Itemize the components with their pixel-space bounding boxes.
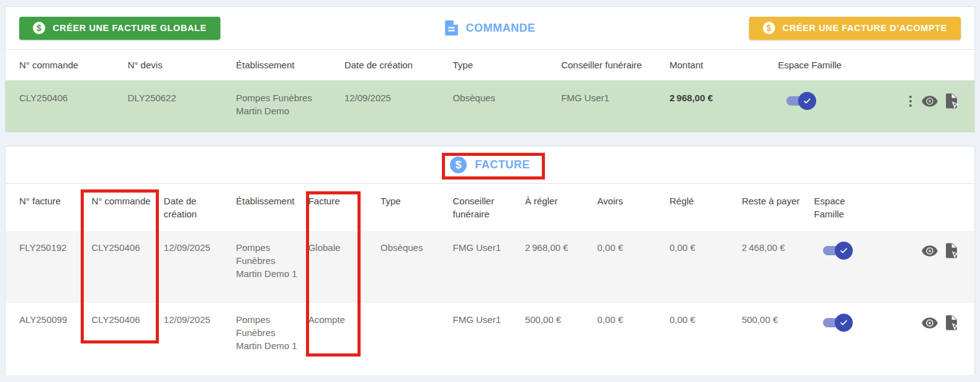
col-header-reste-a-payer: Reste à payer [742, 194, 814, 207]
cell-n-facture: ALY250099 [19, 313, 91, 326]
cell-n-commande: CLY250406 [91, 241, 163, 254]
row-actions [886, 93, 961, 110]
col-header-conseiller: Conseiller funéraire [561, 58, 670, 71]
cell-reste-a-payer: 500,00 € [742, 313, 814, 326]
create-global-invoice-button[interactable]: $ CRÉER UNE FACTURE GLOBALE [19, 17, 220, 40]
create-acompte-invoice-label: CRÉER UNE FACTURE D’ACOMPTE [783, 23, 947, 33]
cell-avoirs: 0,00 € [597, 241, 669, 254]
check-icon [835, 314, 853, 332]
cell-conseiller: FMG User1 [561, 91, 670, 104]
facture-title-row: $ FACTURE [6, 147, 974, 184]
cell-espace-famille [814, 241, 886, 260]
cell-date-creation: 12/09/2025 [164, 313, 236, 326]
cell-date-creation: 12/09/2025 [344, 91, 453, 104]
cell-n-devis: DLY250622 [128, 91, 236, 104]
facture-table-row[interactable]: FLY250192 CLY250406 12/09/2025 Pompes Fu… [6, 231, 974, 303]
col-header-n-commande: N° commande [91, 194, 163, 207]
cell-n-commande: CLY250406 [91, 313, 163, 326]
eye-icon[interactable] [921, 314, 938, 332]
cell-a-regler: 500,00 € [525, 313, 597, 326]
col-header-date-creation: Date de création [164, 194, 236, 221]
col-header-espace-famille: Espace Famille [778, 58, 886, 71]
eye-icon[interactable] [921, 242, 938, 260]
cell-type: Obsèques [380, 241, 452, 254]
col-header-conseiller: Conseiller funéraire [452, 194, 524, 221]
cell-espace-famille [778, 91, 886, 110]
row-actions [886, 314, 961, 332]
cell-montant: 2 968,00 € [670, 91, 778, 104]
col-header-montant: Montant [670, 58, 778, 71]
commande-toolbar: $ CRÉER UNE FACTURE GLOBALE COMMANDE $ C… [6, 7, 974, 50]
facture-title: $ FACTURE [450, 157, 530, 173]
commande-section: $ CRÉER UNE FACTURE GLOBALE COMMANDE $ C… [5, 6, 975, 132]
espace-famille-toggle[interactable] [823, 314, 853, 332]
commande-title-label: COMMANDE [466, 22, 536, 35]
col-header-type: Type [380, 194, 452, 207]
facture-title-label: FACTURE [475, 158, 530, 171]
col-header-a-regler: À régler [525, 194, 597, 207]
kebab-menu-icon[interactable] [906, 93, 915, 109]
col-header-etablissement: Établissement [236, 58, 344, 71]
col-header-type: Type [453, 58, 562, 71]
cell-avoirs: 0,00 € [597, 313, 669, 326]
col-header-espace-famille: Espace Famille [814, 194, 886, 221]
cell-etablissement: Pompes Funèbres Martin Demo [236, 91, 344, 117]
create-acompte-invoice-button[interactable]: $ CRÉER UNE FACTURE D’ACOMPTE [749, 17, 961, 40]
create-global-invoice-label: CRÉER UNE FACTURE GLOBALE [53, 23, 207, 33]
commande-table-row[interactable]: CLY250406 DLY250622 Pompes Funèbres Mart… [6, 81, 974, 132]
espace-famille-toggle[interactable] [823, 242, 853, 260]
col-header-n-devis: N° devis [128, 58, 236, 71]
document-cursor-icon[interactable] [944, 242, 960, 260]
eye-icon[interactable] [921, 93, 938, 110]
cell-conseiller: FMG User1 [452, 313, 524, 326]
dollar-icon: $ [450, 157, 467, 173]
commande-table-header: N° commande N° devis Établissement Date … [6, 50, 974, 81]
cell-n-facture: FLY250192 [19, 241, 91, 254]
facture-section: $ FACTURE N° facture N° commande Date de… [5, 146, 975, 375]
cell-espace-famille [814, 313, 886, 332]
cell-date-creation: 12/09/2025 [164, 241, 236, 254]
col-header-n-facture: N° facture [19, 194, 91, 207]
col-header-n-commande: N° commande [19, 58, 128, 71]
cell-n-commande: CLY250406 [19, 91, 128, 104]
dollar-icon: $ [763, 22, 775, 34]
document-cursor-icon[interactable] [944, 314, 960, 332]
cell-regle: 0,00 € [670, 313, 742, 326]
row-actions [886, 242, 961, 260]
cell-etablissement: Pompes Funèbres Martin Demo 1 [236, 241, 308, 280]
cell-reste-a-payer: 2 468,00 € [742, 241, 814, 254]
cell-conseiller: FMG User1 [452, 241, 524, 254]
espace-famille-toggle[interactable] [786, 92, 816, 110]
cell-regle: 0,00 € [670, 241, 742, 254]
cell-facture-type: Globale [308, 241, 380, 254]
cell-etablissement: Pompes Funèbres Martin Demo 1 [236, 313, 308, 352]
col-header-date-creation: Date de création [344, 58, 453, 71]
commande-title: COMMANDE [445, 20, 536, 36]
document-cursor-icon[interactable] [944, 93, 960, 110]
facture-table-header: N° facture N° commande Date de création … [6, 184, 974, 231]
cell-type: Obsèques [453, 91, 562, 104]
facture-table-row[interactable]: ALY250099 CLY250406 12/09/2025 Pompes Fu… [6, 303, 974, 375]
document-icon [445, 20, 458, 36]
cell-facture-type: Acompte [308, 313, 380, 326]
check-icon [798, 92, 816, 110]
cell-a-regler: 2 968,00 € [525, 241, 597, 254]
dollar-icon: $ [33, 22, 45, 34]
check-icon [835, 242, 853, 260]
col-header-etablissement: Établissement [236, 194, 308, 207]
col-header-avoirs: Avoirs [597, 194, 669, 207]
col-header-regle: Réglé [670, 194, 742, 207]
col-header-facture: Facture [308, 194, 380, 207]
